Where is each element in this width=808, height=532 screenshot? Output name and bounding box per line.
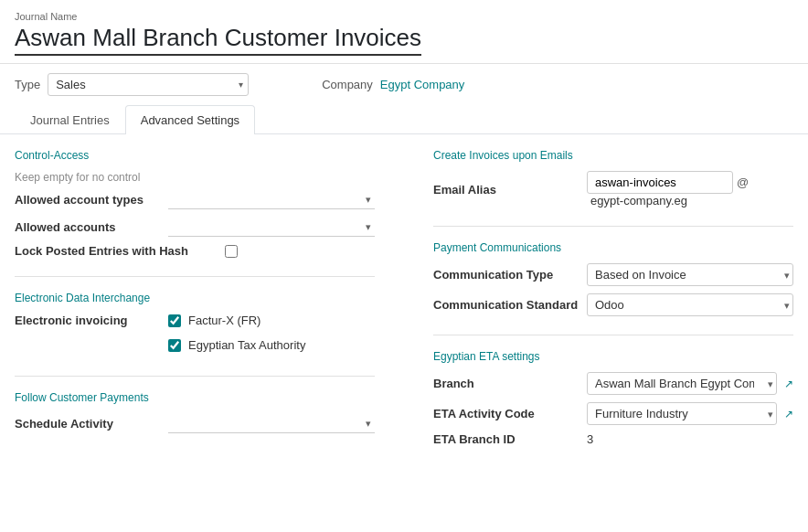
allowed-types-label: Allowed account types bbox=[15, 193, 161, 207]
email-alias-field-group: @ egypt-company.eg bbox=[587, 171, 793, 207]
eta-activity-code-label: ETA Activity Code bbox=[433, 407, 579, 420]
branch-label: Branch bbox=[433, 377, 579, 390]
create-invoices-section: Create Invoices upon Emails Email Alias … bbox=[433, 149, 793, 207]
schedule-activity-row: Schedule Activity bbox=[15, 413, 375, 433]
lock-hash-label: Lock Posted Entries with Hash bbox=[15, 244, 188, 258]
facturx-checkbox[interactable] bbox=[168, 314, 181, 327]
electronic-invoicing-row: Electronic invoicing Factur-X (FR) Egypt… bbox=[15, 314, 375, 357]
communication-type-select[interactable]: Based on Invoice bbox=[587, 263, 793, 286]
allowed-accounts-label: Allowed accounts bbox=[15, 220, 161, 234]
communication-standard-value: Odoo bbox=[587, 293, 793, 316]
branch-row: Branch Aswan Mall Branch Egypt Company ↗ bbox=[433, 372, 793, 395]
two-col-layout: Control-Access Keep empty for no control… bbox=[15, 149, 793, 464]
email-domain: egypt-company.eg bbox=[587, 194, 793, 207]
page-header: Journal Name Aswan Mall Branch Customer … bbox=[0, 0, 808, 64]
eta-checkbox-row: Egyptian Tax Authority bbox=[168, 338, 305, 352]
communication-type-value: Based on Invoice bbox=[587, 263, 793, 286]
facturx-label: Factur-X (FR) bbox=[188, 314, 260, 327]
communication-type-row: Communication Type Based on Invoice bbox=[433, 263, 793, 286]
allowed-accounts-value bbox=[168, 217, 375, 237]
eta-activity-code-value: Furniture Industry ↗ bbox=[587, 402, 793, 425]
payment-communications-title: Payment Communications bbox=[433, 241, 793, 254]
eta-label: Egyptian Tax Authority bbox=[188, 338, 305, 352]
eta-settings-title: Egyptian ETA settings bbox=[433, 350, 793, 363]
divider-2 bbox=[15, 376, 375, 377]
type-select[interactable]: Sales bbox=[48, 73, 249, 96]
facturx-row: Factur-X (FR) bbox=[168, 314, 305, 327]
eta-checkbox[interactable] bbox=[168, 339, 181, 352]
schedule-activity-label: Schedule Activity bbox=[15, 417, 161, 431]
allowed-accounts-select[interactable] bbox=[168, 217, 375, 237]
allowed-accounts-row: Allowed accounts bbox=[15, 217, 375, 237]
branch-select-wrapper: Aswan Mall Branch Egypt Company bbox=[587, 372, 777, 395]
branch-select[interactable]: Aswan Mall Branch Egypt Company bbox=[587, 372, 777, 395]
electronic-invoicing-label: Electronic invoicing bbox=[15, 314, 161, 327]
email-alias-row: Email Alias @ egypt-company.eg bbox=[433, 171, 793, 207]
branch-value: Aswan Mall Branch Egypt Company ↗ bbox=[587, 372, 793, 395]
eta-branch-id-value: 3 bbox=[587, 432, 793, 446]
email-alias-input[interactable] bbox=[587, 171, 733, 194]
type-label: Type bbox=[15, 78, 40, 91]
divider-1 bbox=[15, 276, 375, 277]
eta-activity-external-link-icon[interactable]: ↗ bbox=[784, 408, 793, 420]
follow-payments-title: Follow Customer Payments bbox=[15, 391, 375, 404]
allowed-types-row: Allowed account types bbox=[15, 189, 375, 209]
schedule-activity-value bbox=[168, 413, 375, 433]
eta-branch-id-label: ETA Branch ID bbox=[433, 432, 579, 446]
at-symbol: @ bbox=[737, 176, 749, 189]
tabs-bar: Journal Entries Advanced Settings bbox=[0, 105, 808, 134]
create-invoices-title: Create Invoices upon Emails bbox=[433, 149, 793, 162]
communication-type-select-wrapper: Based on Invoice bbox=[587, 263, 793, 286]
communication-type-label: Communication Type bbox=[433, 268, 579, 282]
follow-payments-section: Follow Customer Payments Schedule Activi… bbox=[15, 391, 375, 433]
eta-activity-code-row: ETA Activity Code Furniture Industry ↗ bbox=[433, 402, 793, 425]
allowed-types-select[interactable] bbox=[168, 189, 375, 209]
eta-activity-code-select[interactable]: Furniture Industry bbox=[587, 402, 777, 425]
eta-activity-code-field-group: Furniture Industry ↗ bbox=[587, 402, 793, 425]
type-select-wrapper: Sales ▾ bbox=[48, 73, 249, 96]
control-access-hint: Keep empty for no control bbox=[15, 171, 375, 184]
email-alias-wrapper: @ bbox=[587, 171, 793, 194]
tab-journal-entries[interactable]: Journal Entries bbox=[15, 105, 125, 134]
control-access-section: Control-Access Keep empty for no control… bbox=[15, 149, 375, 258]
allowed-types-value bbox=[168, 189, 375, 209]
tab-advanced-settings[interactable]: Advanced Settings bbox=[125, 105, 255, 134]
communication-standard-select[interactable]: Odoo bbox=[587, 293, 793, 316]
branch-field-group: Aswan Mall Branch Egypt Company ↗ bbox=[587, 372, 793, 395]
eta-branch-id-row: ETA Branch ID 3 bbox=[433, 432, 793, 446]
eta-settings-section: Egyptian ETA settings Branch Aswan Mall … bbox=[433, 350, 793, 446]
lock-hash-row: Lock Posted Entries with Hash bbox=[15, 244, 375, 258]
lock-hash-checkbox[interactable] bbox=[225, 245, 238, 258]
communication-standard-select-wrapper: Odoo bbox=[587, 293, 793, 316]
edi-section: Electronic Data Interchange Electronic i… bbox=[15, 292, 375, 357]
allowed-types-dropdown-wrapper bbox=[168, 189, 375, 209]
edi-checkboxes: Factur-X (FR) Egyptian Tax Authority bbox=[168, 314, 305, 357]
schedule-activity-select[interactable] bbox=[168, 413, 375, 433]
communication-standard-label: Communication Standard bbox=[433, 298, 579, 312]
eta-activity-select-wrapper: Furniture Industry bbox=[587, 402, 777, 425]
page-title: Aswan Mall Branch Customer Invoices bbox=[15, 24, 421, 56]
allowed-accounts-dropdown-wrapper bbox=[168, 217, 375, 237]
left-column: Control-Access Keep empty for no control… bbox=[15, 149, 389, 464]
divider-3 bbox=[433, 226, 793, 227]
communication-standard-row: Communication Standard Odoo bbox=[433, 293, 793, 316]
journal-name-label: Journal Name bbox=[15, 11, 793, 22]
control-access-title: Control-Access bbox=[15, 149, 375, 162]
type-company-row: Type Sales ▾ Company Egypt Company bbox=[0, 64, 808, 105]
company-link[interactable]: Egypt Company bbox=[380, 78, 465, 91]
email-alias-label: Email Alias bbox=[433, 183, 579, 197]
payment-communications-section: Payment Communications Communication Typ… bbox=[433, 241, 793, 316]
schedule-activity-dropdown-wrapper bbox=[168, 413, 375, 433]
content-area: Control-Access Keep empty for no control… bbox=[0, 134, 808, 479]
company-label: Company bbox=[322, 78, 373, 91]
branch-external-link-icon[interactable]: ↗ bbox=[784, 378, 793, 390]
divider-4 bbox=[433, 335, 793, 335]
right-column: Create Invoices upon Emails Email Alias … bbox=[419, 149, 793, 464]
eta-branch-id-text: 3 bbox=[587, 432, 593, 446]
edi-title: Electronic Data Interchange bbox=[15, 292, 375, 304]
